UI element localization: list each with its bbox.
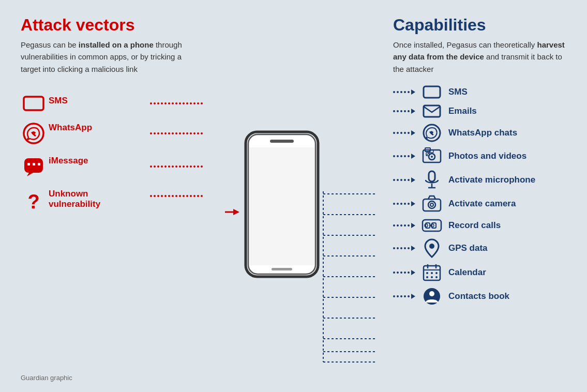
cap-emails-label: Emails — [448, 106, 477, 116]
main-content: Attack vectors Pegasus can be installed … — [21, 16, 566, 368]
svg-rect-0 — [24, 97, 43, 110]
cap-arrow-gps — [393, 246, 415, 251]
cap-camera-icon — [422, 195, 442, 213]
svg-marker-3 — [27, 173, 33, 176]
cap-whatsapp-label: WhatsApp chats — [448, 128, 517, 138]
cap-sms-label: SMS — [448, 87, 468, 97]
cap-arrow-calendar — [393, 270, 415, 275]
cap-arrow-photos — [393, 154, 415, 159]
cap-emails-icon — [422, 104, 442, 118]
cap-calendar: Calendar — [393, 263, 566, 282]
vector-unknown-label: Unknownvulnerability — [49, 189, 100, 210]
footer-credit: Guardian graphic — [21, 374, 566, 382]
svg-point-40 — [428, 201, 435, 208]
cap-contacts-icon — [422, 287, 442, 306]
capabilities-list: SMS Emai — [393, 85, 566, 306]
capabilities-desc: Once installed, Pegasus can theoreticall… — [393, 39, 566, 75]
cap-photos: Photos and videos — [393, 147, 566, 165]
attack-vectors-title: Attack vectors — [21, 16, 290, 35]
svg-marker-9 — [233, 209, 239, 215]
sms-icon — [21, 96, 47, 111]
cap-gps-label: GPS data — [448, 243, 488, 253]
svg-point-54 — [431, 272, 433, 274]
cap-arrow-calls — [393, 223, 415, 228]
capabilities-title: Capabilities — [393, 16, 566, 35]
svg-point-33 — [431, 156, 433, 158]
cap-calls-label: Record calls — [448, 220, 501, 231]
cap-arrow-camera — [393, 201, 415, 206]
svg-rect-5 — [33, 163, 35, 165]
phone-to-caps-lines — [318, 160, 380, 367]
unknown-icon: ? — [21, 189, 47, 212]
cap-calls-icon — [422, 218, 442, 233]
svg-rect-27 — [424, 105, 440, 117]
cap-arrow-whatsapp — [393, 130, 415, 135]
svg-rect-13 — [249, 147, 314, 265]
cap-calendar-label: Calendar — [448, 267, 486, 278]
cap-whatsapp-icon — [422, 124, 442, 142]
whatsapp-icon — [21, 123, 47, 144]
vector-imessage-label: iMessage — [49, 156, 88, 166]
svg-rect-4 — [27, 163, 30, 165]
vector-sms-label: SMS — [49, 96, 68, 106]
cap-camera: Activate camera — [393, 195, 566, 213]
cap-photos-icon — [422, 147, 442, 165]
cap-arrow-contacts — [393, 294, 415, 299]
svg-rect-6 — [38, 163, 40, 165]
svg-point-48 — [429, 244, 434, 249]
cap-sms: SMS — [393, 85, 566, 99]
cap-camera-label: Activate camera — [448, 199, 516, 209]
cap-microphone-label: Activate microphone — [448, 175, 535, 185]
phone-illustration — [243, 129, 321, 279]
svg-text:?: ? — [27, 191, 39, 212]
cap-contacts: Contacts book — [393, 287, 566, 306]
imessage-icon — [21, 156, 47, 177]
cap-contacts-label: Contacts book — [448, 291, 509, 301]
svg-point-55 — [435, 272, 438, 274]
cap-arrow-sms — [393, 89, 415, 95]
cap-calendar-icon — [422, 263, 442, 282]
page-container: Attack vectors Pegasus can be installed … — [0, 0, 587, 392]
cap-gps-icon — [422, 238, 442, 258]
cap-arrow-emails — [393, 109, 415, 114]
cap-arrow-microphone — [393, 177, 415, 183]
cap-gps: GPS data — [393, 238, 566, 258]
cap-microphone-icon — [422, 170, 442, 190]
svg-point-57 — [431, 276, 433, 278]
main-arrow — [225, 207, 240, 217]
cap-photos-label: Photos and videos — [448, 151, 526, 161]
attack-vectors-desc: Pegasus can be installed on a phone thro… — [21, 39, 197, 75]
svg-rect-36 — [429, 171, 435, 182]
vector-sms: SMS — [21, 96, 290, 111]
svg-point-56 — [426, 276, 428, 278]
vector-whatsapp-label: WhatsApp — [49, 123, 92, 133]
left-panel: Attack vectors Pegasus can be installed … — [21, 16, 290, 368]
svg-point-58 — [435, 276, 438, 278]
cap-microphone: Activate microphone — [393, 170, 566, 190]
svg-rect-14 — [272, 268, 292, 270]
svg-point-41 — [430, 203, 433, 206]
svg-point-60 — [429, 291, 434, 296]
svg-rect-12 — [270, 140, 294, 143]
cap-whatsapp: WhatsApp chats — [393, 124, 566, 142]
cap-sms-icon — [422, 85, 442, 99]
svg-rect-26 — [424, 86, 440, 98]
svg-point-53 — [426, 272, 428, 274]
cap-emails: Emails — [393, 104, 566, 118]
cap-calls: Record calls — [393, 218, 566, 233]
